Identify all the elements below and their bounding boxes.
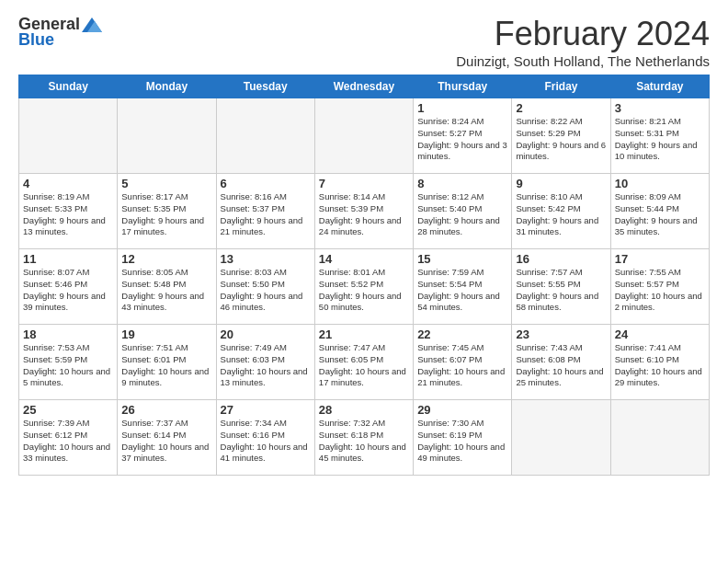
calendar-cell: 14Sunrise: 8:01 AM Sunset: 5:52 PM Dayli… (314, 249, 413, 325)
day-number: 22 (417, 327, 507, 341)
calendar-cell (610, 400, 709, 476)
day-number: 5 (121, 177, 211, 190)
day-info: Sunrise: 7:41 AM Sunset: 6:10 PM Dayligh… (615, 342, 705, 389)
calendar-cell: 27Sunrise: 7:34 AM Sunset: 6:16 PM Dayli… (216, 400, 314, 476)
day-number: 1 (417, 101, 507, 115)
week-row-3: 18Sunrise: 7:53 AM Sunset: 5:59 PM Dayli… (19, 325, 710, 400)
week-row-0: 1Sunrise: 8:24 AM Sunset: 5:27 PM Daylig… (19, 98, 710, 174)
day-number: 14 (319, 252, 409, 266)
calendar-cell (19, 98, 118, 174)
calendar-cell: 20Sunrise: 7:49 AM Sunset: 6:03 PM Dayli… (216, 325, 314, 400)
day-info: Sunrise: 7:47 AM Sunset: 6:05 PM Dayligh… (319, 342, 409, 389)
calendar-cell: 12Sunrise: 8:05 AM Sunset: 5:48 PM Dayli… (118, 249, 216, 325)
calendar-cell: 22Sunrise: 7:45 AM Sunset: 6:07 PM Dayli… (414, 325, 512, 400)
day-number: 26 (121, 403, 211, 417)
day-number: 29 (417, 403, 507, 417)
calendar-cell: 1Sunrise: 8:24 AM Sunset: 5:27 PM Daylig… (414, 98, 512, 174)
day-info: Sunrise: 8:24 AM Sunset: 5:27 PM Dayligh… (417, 116, 507, 163)
day-number: 8 (417, 177, 507, 190)
calendar-cell: 21Sunrise: 7:47 AM Sunset: 6:05 PM Dayli… (314, 325, 413, 400)
day-number: 19 (121, 327, 211, 341)
day-info: Sunrise: 8:05 AM Sunset: 5:48 PM Dayligh… (121, 267, 211, 314)
day-number: 2 (516, 101, 606, 115)
day-info: Sunrise: 8:10 AM Sunset: 5:42 PM Dayligh… (516, 191, 606, 238)
day-number: 11 (23, 252, 113, 266)
week-row-1: 4Sunrise: 8:19 AM Sunset: 5:33 PM Daylig… (19, 174, 710, 249)
calendar-cell: 26Sunrise: 7:37 AM Sunset: 6:14 PM Dayli… (118, 400, 216, 476)
day-number: 18 (23, 327, 113, 341)
day-info: Sunrise: 8:01 AM Sunset: 5:52 PM Dayligh… (319, 267, 409, 314)
day-info: Sunrise: 8:07 AM Sunset: 5:46 PM Dayligh… (23, 267, 113, 314)
calendar-cell: 8Sunrise: 8:12 AM Sunset: 5:40 PM Daylig… (414, 174, 512, 249)
calendar-cell: 19Sunrise: 7:51 AM Sunset: 6:01 PM Dayli… (118, 325, 216, 400)
calendar: SundayMondayTuesdayWednesdayThursdayFrid… (18, 75, 710, 476)
day-info: Sunrise: 8:03 AM Sunset: 5:50 PM Dayligh… (221, 267, 311, 314)
calendar-cell: 13Sunrise: 8:03 AM Sunset: 5:50 PM Dayli… (216, 249, 314, 325)
day-number: 24 (615, 327, 705, 341)
day-info: Sunrise: 8:22 AM Sunset: 5:29 PM Dayligh… (516, 116, 606, 163)
day-number: 6 (221, 177, 311, 190)
day-number: 10 (615, 177, 705, 190)
weekday-header-monday: Monday (118, 75, 216, 98)
week-row-4: 25Sunrise: 7:39 AM Sunset: 6:12 PM Dayli… (19, 400, 710, 476)
day-info: Sunrise: 7:45 AM Sunset: 6:07 PM Dayligh… (417, 342, 507, 389)
day-info: Sunrise: 7:59 AM Sunset: 5:54 PM Dayligh… (417, 267, 507, 314)
calendar-cell: 10Sunrise: 8:09 AM Sunset: 5:44 PM Dayli… (610, 174, 709, 249)
day-info: Sunrise: 7:55 AM Sunset: 5:57 PM Dayligh… (615, 267, 705, 314)
day-info: Sunrise: 8:21 AM Sunset: 5:31 PM Dayligh… (615, 116, 705, 163)
day-info: Sunrise: 8:16 AM Sunset: 5:37 PM Dayligh… (221, 191, 311, 238)
day-number: 16 (516, 252, 606, 266)
page: General Blue February 2024 Duinzigt, Sou… (0, 0, 728, 485)
day-number: 13 (221, 252, 311, 266)
week-row-2: 11Sunrise: 8:07 AM Sunset: 5:46 PM Dayli… (19, 249, 710, 325)
day-number: 12 (121, 252, 211, 266)
day-info: Sunrise: 8:19 AM Sunset: 5:33 PM Dayligh… (23, 191, 113, 238)
calendar-cell: 15Sunrise: 7:59 AM Sunset: 5:54 PM Dayli… (414, 249, 512, 325)
day-info: Sunrise: 7:37 AM Sunset: 6:14 PM Dayligh… (121, 418, 211, 465)
calendar-cell: 2Sunrise: 8:22 AM Sunset: 5:29 PM Daylig… (512, 98, 610, 174)
day-number: 21 (319, 327, 409, 341)
weekday-header-thursday: Thursday (414, 75, 512, 98)
day-info: Sunrise: 7:43 AM Sunset: 6:08 PM Dayligh… (516, 342, 606, 389)
day-info: Sunrise: 8:12 AM Sunset: 5:40 PM Dayligh… (417, 191, 507, 238)
calendar-cell: 28Sunrise: 7:32 AM Sunset: 6:18 PM Dayli… (314, 400, 413, 476)
day-info: Sunrise: 7:49 AM Sunset: 6:03 PM Dayligh… (221, 342, 311, 389)
calendar-cell (314, 98, 413, 174)
weekday-header-tuesday: Tuesday (216, 75, 314, 98)
day-info: Sunrise: 7:51 AM Sunset: 6:01 PM Dayligh… (121, 342, 211, 389)
weekday-header-saturday: Saturday (610, 75, 709, 98)
day-number: 27 (221, 403, 311, 417)
day-number: 4 (23, 177, 113, 190)
day-info: Sunrise: 8:14 AM Sunset: 5:39 PM Dayligh… (319, 191, 409, 238)
day-info: Sunrise: 7:53 AM Sunset: 5:59 PM Dayligh… (23, 342, 113, 389)
day-info: Sunrise: 7:39 AM Sunset: 6:12 PM Dayligh… (23, 418, 113, 465)
weekday-header-row: SundayMondayTuesdayWednesdayThursdayFrid… (19, 75, 710, 98)
day-info: Sunrise: 7:57 AM Sunset: 5:55 PM Dayligh… (516, 267, 606, 314)
calendar-cell: 3Sunrise: 8:21 AM Sunset: 5:31 PM Daylig… (610, 98, 709, 174)
calendar-cell: 18Sunrise: 7:53 AM Sunset: 5:59 PM Dayli… (19, 325, 118, 400)
month-title: February 2024 (456, 15, 710, 53)
day-number: 20 (221, 327, 311, 341)
day-number: 23 (516, 327, 606, 341)
weekday-header-sunday: Sunday (19, 75, 118, 98)
calendar-cell: 7Sunrise: 8:14 AM Sunset: 5:39 PM Daylig… (314, 174, 413, 249)
calendar-cell (216, 98, 314, 174)
calendar-cell: 4Sunrise: 8:19 AM Sunset: 5:33 PM Daylig… (19, 174, 118, 249)
weekday-header-friday: Friday (512, 75, 610, 98)
day-number: 17 (615, 252, 705, 266)
weekday-header-wednesday: Wednesday (314, 75, 413, 98)
logo: General Blue (18, 15, 102, 50)
logo-icon (82, 17, 102, 32)
subtitle: Duinzigt, South Holland, The Netherlands (456, 53, 710, 69)
day-info: Sunrise: 7:32 AM Sunset: 6:18 PM Dayligh… (319, 418, 409, 465)
day-number: 15 (417, 252, 507, 266)
day-info: Sunrise: 7:34 AM Sunset: 6:16 PM Dayligh… (221, 418, 311, 465)
logo-blue: Blue (18, 30, 54, 50)
calendar-cell: 17Sunrise: 7:55 AM Sunset: 5:57 PM Dayli… (610, 249, 709, 325)
day-number: 7 (319, 177, 409, 190)
calendar-cell: 9Sunrise: 8:10 AM Sunset: 5:42 PM Daylig… (512, 174, 610, 249)
title-area: February 2024 Duinzigt, South Holland, T… (456, 15, 710, 69)
day-info: Sunrise: 8:09 AM Sunset: 5:44 PM Dayligh… (615, 191, 705, 238)
calendar-cell: 16Sunrise: 7:57 AM Sunset: 5:55 PM Dayli… (512, 249, 610, 325)
calendar-cell (118, 98, 216, 174)
